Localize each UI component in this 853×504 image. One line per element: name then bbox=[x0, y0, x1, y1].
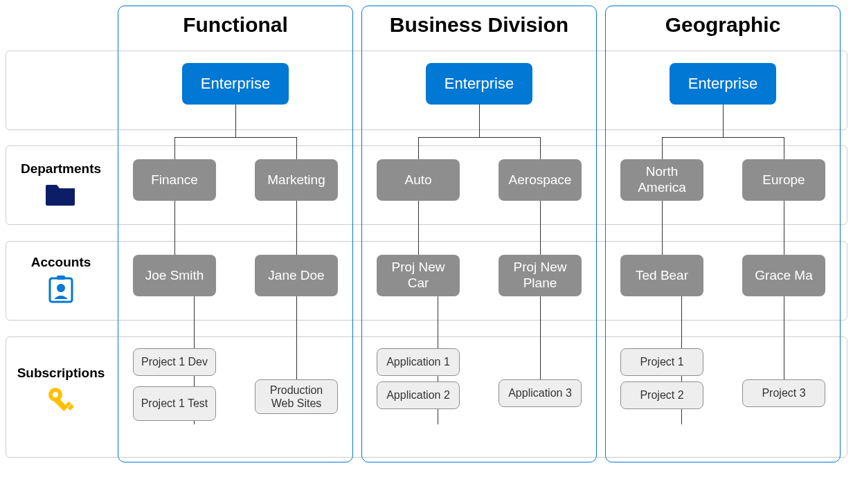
svg-point-4 bbox=[53, 392, 58, 397]
acct-box: Proj New Plane bbox=[499, 255, 582, 296]
conn bbox=[784, 137, 784, 159]
svg-rect-5 bbox=[54, 397, 68, 411]
sub-box: Project 1 Test bbox=[133, 386, 216, 421]
enterprise-box: Enterprise bbox=[182, 63, 289, 105]
enterprise-box: Enterprise bbox=[426, 63, 532, 105]
conn bbox=[174, 137, 296, 138]
sub-box: Application 3 bbox=[499, 379, 582, 407]
column-title-geographic: Geographic bbox=[606, 13, 840, 37]
conn bbox=[723, 105, 724, 137]
conn bbox=[784, 296, 784, 379]
sub-box: Project 2 bbox=[620, 381, 703, 409]
conn bbox=[662, 137, 663, 159]
conn bbox=[418, 201, 419, 255]
row-label-accounts: Accounts bbox=[12, 255, 109, 307]
folder-icon bbox=[46, 181, 76, 206]
dept-box: Europe bbox=[742, 159, 825, 201]
conn bbox=[235, 105, 236, 137]
sub-box: Application 1 bbox=[377, 348, 460, 376]
column-title-functional: Functional bbox=[118, 13, 352, 37]
enterprise-box: Enterprise bbox=[670, 63, 776, 105]
sub-box: Production Web Sites bbox=[255, 379, 338, 414]
conn bbox=[662, 137, 784, 138]
acct-box: Jane Doe bbox=[255, 255, 338, 296]
dept-box: Marketing bbox=[255, 159, 338, 201]
conn bbox=[296, 201, 297, 255]
acct-box: Ted Bear bbox=[620, 255, 703, 296]
diagram-canvas: Departments Accounts Subscriptions Funct bbox=[6, 6, 847, 498]
conn bbox=[540, 201, 541, 255]
svg-rect-1 bbox=[57, 276, 65, 280]
conn bbox=[296, 296, 297, 379]
conn bbox=[540, 137, 541, 159]
departments-label: Departments bbox=[12, 161, 109, 177]
svg-point-2 bbox=[57, 284, 65, 292]
dept-box: Aerospace bbox=[499, 159, 582, 201]
subscriptions-label: Subscriptions bbox=[12, 366, 109, 381]
conn bbox=[174, 137, 175, 159]
acct-box: Joe Smith bbox=[133, 255, 216, 296]
conn bbox=[296, 137, 297, 159]
conn bbox=[174, 201, 175, 255]
conn bbox=[784, 201, 784, 255]
sub-box: Application 2 bbox=[377, 381, 460, 409]
dept-box: Auto bbox=[377, 159, 460, 201]
conn bbox=[418, 137, 419, 159]
row-label-departments: Departments bbox=[12, 161, 109, 208]
sub-box: Project 1 Dev bbox=[133, 348, 216, 376]
row-label-subscriptions: Subscriptions bbox=[12, 366, 109, 418]
sub-box: Project 1 bbox=[620, 348, 703, 376]
accounts-label: Accounts bbox=[12, 255, 109, 270]
dept-box: North America bbox=[620, 159, 703, 201]
acct-box: Proj New Car bbox=[377, 255, 460, 296]
conn bbox=[662, 201, 663, 255]
conn bbox=[479, 105, 480, 137]
conn bbox=[540, 296, 541, 379]
acct-box: Grace Ma bbox=[742, 255, 825, 296]
dept-box: Finance bbox=[133, 159, 216, 201]
sub-box: Project 3 bbox=[742, 379, 825, 407]
column-title-business: Business Division bbox=[362, 13, 596, 37]
key-icon bbox=[46, 385, 76, 415]
badge-icon bbox=[47, 274, 75, 305]
conn bbox=[418, 137, 540, 138]
